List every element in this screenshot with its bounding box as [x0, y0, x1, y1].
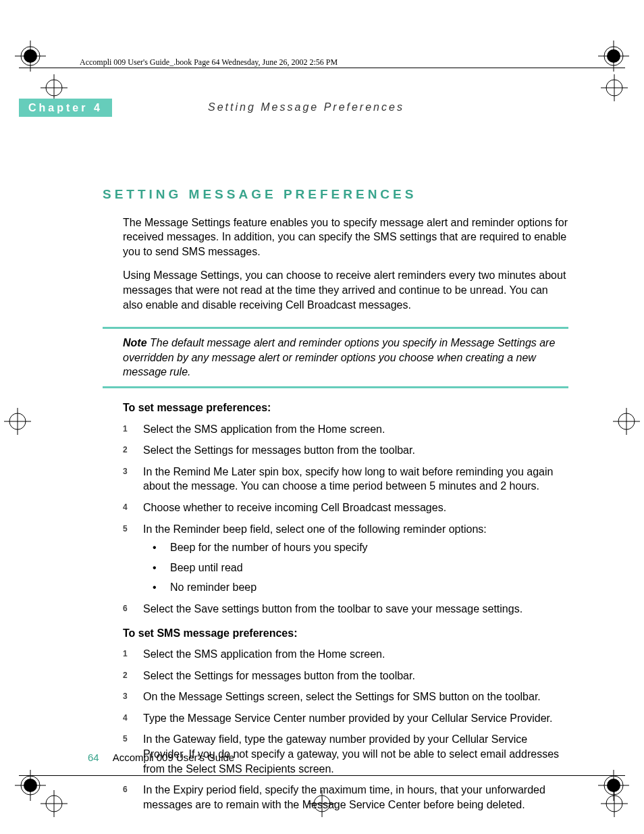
step-number: 1	[123, 423, 128, 434]
footer-title: Accompli 009 User's Guide	[113, 752, 234, 763]
step: 6Select the Save settings button from th…	[103, 602, 568, 617]
bullet-item: Beep for the number of hours you specify	[143, 540, 568, 555]
step: 1Select the SMS application from the Hom…	[103, 422, 568, 437]
intro-paragraph: The Message Settings feature enables you…	[103, 215, 568, 259]
step-number: 6	[123, 603, 128, 614]
crosshair-icon	[601, 790, 628, 817]
step-number: 3	[123, 691, 128, 702]
footer-separator	[102, 752, 111, 763]
step: 3In the Remind Me Later spin box, specif…	[103, 465, 568, 494]
reg-mark-icon	[598, 41, 629, 72]
step: 3On the Message Settings screen, select …	[103, 689, 568, 704]
step-text: In the Remind Me Later spin box, specify…	[143, 466, 553, 492]
page: Accompli 009 User's Guide_.book Page 64 …	[0, 0, 644, 834]
crosshair-icon	[613, 408, 640, 435]
step-text: Select the SMS application from the Home…	[143, 648, 385, 660]
procedure-steps: 1Select the SMS application from the Hom…	[103, 647, 568, 812]
section-heading: SETTING MESSAGE PREFERENCES	[103, 186, 568, 203]
step-number: 2	[123, 444, 128, 455]
step-number: 2	[123, 670, 128, 681]
procedure-title: To set message preferences:	[103, 400, 568, 415]
step-text: On the Message Settings screen, select t…	[143, 691, 541, 702]
step: 6In the Expiry period field, specify the…	[103, 783, 568, 812]
step-number: 5	[123, 733, 128, 744]
step-text: Select the Settings for messages button …	[143, 670, 415, 681]
chapter-badge: Chapter 4	[19, 99, 112, 117]
step-number: 4	[123, 502, 128, 513]
chapter-title: Setting Message Preferences	[208, 101, 404, 113]
step-text: Type the Message Service Center number p…	[143, 712, 553, 724]
step-text: In the Expiry period field, specify the …	[143, 784, 545, 810]
crosshair-icon	[601, 74, 628, 101]
step-number: 1	[123, 648, 128, 659]
crosshair-icon	[41, 790, 68, 817]
step: 1Select the SMS application from the Hom…	[103, 647, 568, 662]
footer: 64 Accompli 009 User's Guide	[88, 752, 234, 763]
step-number: 6	[123, 784, 128, 795]
bullet-item: No reminder beep	[143, 580, 568, 595]
step: 4Choose whether to receive incoming Cell…	[103, 500, 568, 515]
step-text: In the Reminder beep field, select one o…	[143, 523, 487, 535]
crosshair-icon	[4, 408, 31, 435]
procedure-title: To set SMS message preferences:	[103, 626, 568, 641]
note-block: Note The default message alert and remin…	[103, 327, 568, 388]
bookline: Accompli 009 User's Guide_.book Page 64 …	[80, 57, 338, 68]
page-number: 64	[88, 752, 99, 763]
bullet-item: Beep until read	[143, 561, 568, 575]
procedure-steps: 1Select the SMS application from the Hom…	[103, 422, 568, 617]
step: 2Select the Settings for messages button…	[103, 669, 568, 683]
step-text: Select the SMS application from the Home…	[143, 423, 385, 435]
step: 2Select the Settings for messages button…	[103, 443, 568, 458]
reg-mark-icon	[15, 41, 46, 72]
bullet-list: Beep for the number of hours you specify…	[143, 540, 568, 595]
step-number: 4	[123, 712, 128, 723]
note-label: Note	[123, 337, 147, 348]
content: SETTING MESSAGE PREFERENCES The Message …	[103, 186, 568, 821]
step-number: 3	[123, 466, 128, 477]
crop-line-top	[19, 68, 625, 68]
note-text: The default message alert and reminder o…	[123, 337, 555, 377]
crosshair-icon	[41, 74, 68, 101]
step: 5In the Reminder beep field, select one …	[103, 522, 568, 595]
intro-paragraph: Using Message Settings, you can choose t…	[103, 268, 568, 312]
step: 4Type the Message Service Center number …	[103, 711, 568, 726]
step-number: 5	[123, 523, 128, 534]
step-text: Select the Save settings button from the…	[143, 603, 522, 615]
step-text: Choose whether to receive incoming Cell …	[143, 502, 446, 513]
step-text: Select the Settings for messages button …	[143, 444, 415, 456]
